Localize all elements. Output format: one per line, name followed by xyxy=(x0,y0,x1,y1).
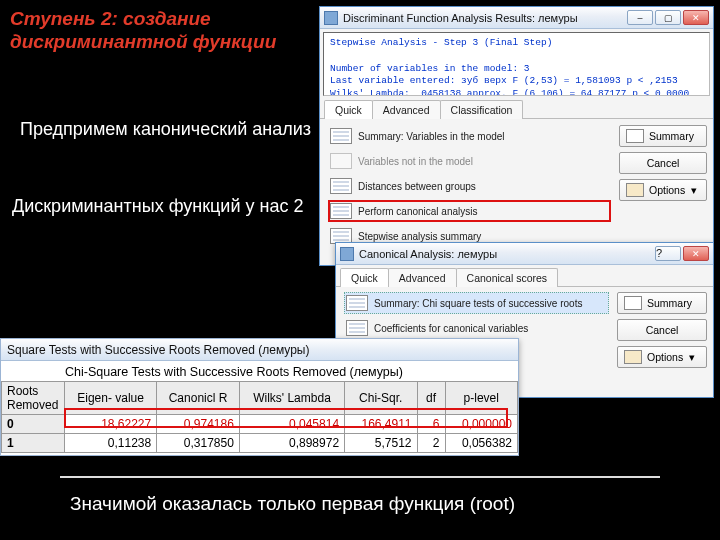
help-button[interactable]: ? xyxy=(655,246,681,261)
button-label: Options xyxy=(649,184,685,196)
right-buttons: Summary Cancel Options ▾ xyxy=(619,125,707,250)
cell: 1 xyxy=(2,434,65,453)
cell: 2 xyxy=(417,434,445,453)
cell: 0,11238 xyxy=(65,434,157,453)
menu-coefficients[interactable]: Coefficients for canonical variables xyxy=(344,317,609,339)
tab-row: Quick Advanced Classification xyxy=(320,99,713,119)
cell: 0,974186 xyxy=(157,415,240,434)
menu-label: Summary: Chi square tests of successive … xyxy=(374,298,607,309)
tab-classification[interactable]: Classification xyxy=(440,100,524,119)
menu-label: Distances between groups xyxy=(358,181,609,192)
slide-title: Ступень 2: создание дискриминантной функ… xyxy=(10,8,310,54)
tab-quick[interactable]: Quick xyxy=(340,268,389,287)
window-chi-square-table: Square Tests with Successive Roots Remov… xyxy=(0,338,519,456)
col-eigenvalue: Eigen- value xyxy=(65,382,157,415)
table-icon xyxy=(330,203,352,219)
table-row[interactable]: 0 18,62227 0,974186 0,045814 166,4911 6 … xyxy=(2,415,518,434)
cell: 18,62227 xyxy=(65,415,157,434)
cancel-button[interactable]: Cancel xyxy=(617,319,707,341)
menu-chi-square-tests[interactable]: Summary: Chi square tests of successive … xyxy=(344,292,609,314)
menu-distances-between-groups[interactable]: Distances between groups xyxy=(328,175,611,197)
report-line: Stepwise Analysis - Step 3 (Final Step) xyxy=(330,37,703,50)
window-title-text: Square Tests with Successive Roots Remov… xyxy=(7,343,309,357)
gear-icon xyxy=(624,350,642,364)
cell: 0,056382 xyxy=(445,434,517,453)
slide-subtitle-1: Предпримем канонический анализ xyxy=(20,118,320,141)
minimize-button[interactable]: – xyxy=(627,10,653,25)
options-button[interactable]: Options ▾ xyxy=(619,179,707,201)
report-line: Number of variables in the model: 3 xyxy=(330,63,703,76)
window-titlebar[interactable]: Discriminant Function Analysis Results: … xyxy=(320,7,713,29)
tab-quick[interactable]: Quick xyxy=(324,100,373,119)
col-roots-removed: Roots Removed xyxy=(2,382,65,415)
window-titlebar[interactable]: Square Tests with Successive Roots Remov… xyxy=(1,339,518,361)
chevron-down-icon: ▾ xyxy=(688,351,695,363)
divider xyxy=(60,476,660,478)
cell: 0 xyxy=(2,415,65,434)
panel: Summary: Variables in the model Variable… xyxy=(320,119,713,256)
tab-row: Quick Advanced Canonical scores xyxy=(336,267,713,287)
window-titlebar[interactable]: Canonical Analysis: лемуры ? ✕ xyxy=(336,243,713,265)
tab-advanced[interactable]: Advanced xyxy=(372,100,441,119)
summary-button[interactable]: Summary xyxy=(617,292,707,314)
table-icon xyxy=(346,295,368,311)
button-label: Summary xyxy=(647,297,692,309)
button-label: Options xyxy=(647,351,683,363)
cell: 5,7512 xyxy=(345,434,417,453)
close-button[interactable]: ✕ xyxy=(683,10,709,25)
col-wilks-lambda: Wilks' Lambda xyxy=(239,382,344,415)
menu-label: Coefficients for canonical variables xyxy=(374,323,607,334)
menu-label: Stepwise analysis summary xyxy=(358,231,609,242)
menu-label: Perform canonical analysis xyxy=(358,206,609,217)
slide-subtitle-2: Дискриминантных функций у нас 2 xyxy=(12,195,312,218)
table-icon xyxy=(330,128,352,144)
app-icon xyxy=(324,11,338,25)
menu-variables-not-in-model[interactable]: Variables not in the model xyxy=(328,150,611,172)
tab-advanced[interactable]: Advanced xyxy=(388,268,457,287)
cell: 6 xyxy=(417,415,445,434)
slide-footer: Значимой оказалась только первая функция… xyxy=(70,493,515,515)
menu-variables-in-model[interactable]: Summary: Variables in the model xyxy=(328,125,611,147)
button-label: Cancel xyxy=(646,324,679,336)
table-icon xyxy=(330,178,352,194)
tab-canonical-scores[interactable]: Canonical scores xyxy=(456,268,559,287)
table-caption: Chi-Square Tests with Successive Roots R… xyxy=(1,361,518,381)
chi-square-table: Roots Removed Eigen- value Canonicl R Wi… xyxy=(1,381,518,453)
report-line: Wilks' Lambda: ,0458138 approx. F (6,106… xyxy=(330,88,703,96)
menu-perform-canonical-analysis[interactable]: Perform canonical analysis xyxy=(328,200,611,222)
col-chi-sqr: Chi-Sqr. xyxy=(345,382,417,415)
col-df: df xyxy=(417,382,445,415)
cancel-button[interactable]: Cancel xyxy=(619,152,707,174)
menu-column: Summary: Variables in the model Variable… xyxy=(328,125,611,250)
table-icon xyxy=(624,296,642,310)
table-icon xyxy=(626,129,644,143)
cell: 0,317850 xyxy=(157,434,240,453)
button-label: Summary xyxy=(649,130,694,142)
chevron-down-icon: ▾ xyxy=(690,184,697,196)
maximize-button[interactable]: ▢ xyxy=(655,10,681,25)
cell: 166,4911 xyxy=(345,415,417,434)
app-icon xyxy=(340,247,354,261)
cell: 0,000000 xyxy=(445,415,517,434)
report-area: Stepwise Analysis - Step 3 (Final Step) … xyxy=(323,32,710,96)
window-title-text: Canonical Analysis: лемуры xyxy=(359,248,655,260)
table-icon xyxy=(346,320,368,336)
options-button[interactable]: Options ▾ xyxy=(617,346,707,368)
right-buttons: Summary Cancel Options ▾ xyxy=(617,292,707,392)
menu-label: Summary: Variables in the model xyxy=(358,131,609,142)
report-line: Last variable entered: зуб верх F (2,53)… xyxy=(330,75,703,88)
gear-icon xyxy=(626,183,644,197)
menu-label: Variables not in the model xyxy=(358,156,609,167)
cell: 0,898972 xyxy=(239,434,344,453)
window-discriminant-results: Discriminant Function Analysis Results: … xyxy=(319,6,714,266)
table-row[interactable]: 1 0,11238 0,317850 0,898972 5,7512 2 0,0… xyxy=(2,434,518,453)
cell: 0,045814 xyxy=(239,415,344,434)
table-icon xyxy=(330,153,352,169)
window-title-text: Discriminant Function Analysis Results: … xyxy=(343,12,627,24)
summary-button[interactable]: Summary xyxy=(619,125,707,147)
col-p-level: p-level xyxy=(445,382,517,415)
close-button[interactable]: ✕ xyxy=(683,246,709,261)
col-canonical-r: Canonicl R xyxy=(157,382,240,415)
button-label: Cancel xyxy=(647,157,680,169)
